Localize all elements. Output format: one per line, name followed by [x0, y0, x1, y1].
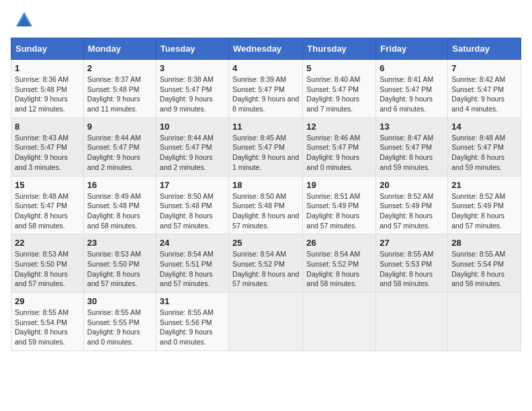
calendar-cell: 11Sunrise: 8:45 AMSunset: 5:47 PMDayligh… — [229, 118, 303, 176]
calendar-cell — [448, 293, 521, 351]
day-number: 4 — [232, 63, 299, 73]
calendar-week-row: 29Sunrise: 8:55 AMSunset: 5:54 PMDayligh… — [11, 293, 521, 351]
calendar-cell — [376, 293, 448, 351]
day-number: 6 — [380, 63, 444, 73]
day-detail: Sunrise: 8:38 AMSunset: 5:47 PMDaylight:… — [160, 75, 225, 114]
day-detail: Sunrise: 8:40 AMSunset: 5:47 PMDaylight:… — [306, 75, 372, 114]
day-number: 20 — [380, 180, 444, 190]
day-number: 16 — [87, 180, 152, 190]
day-number: 21 — [451, 180, 517, 190]
day-number: 22 — [15, 238, 80, 248]
day-detail: Sunrise: 8:54 AMSunset: 5:51 PMDaylight:… — [160, 249, 225, 289]
calendar-cell: 29Sunrise: 8:55 AMSunset: 5:54 PMDayligh… — [11, 293, 84, 351]
day-number: 28 — [451, 238, 517, 248]
calendar-week-row: 1Sunrise: 8:36 AMSunset: 5:48 PMDaylight… — [11, 60, 521, 118]
calendar-week-row: 15Sunrise: 8:48 AMSunset: 5:47 PMDayligh… — [11, 176, 521, 234]
column-header-thursday: Thursday — [303, 38, 376, 60]
day-detail: Sunrise: 8:45 AMSunset: 5:47 PMDaylight:… — [232, 133, 299, 173]
day-detail: Sunrise: 8:37 AMSunset: 5:48 PMDaylight:… — [87, 75, 152, 114]
day-detail: Sunrise: 8:46 AMSunset: 5:47 PMDaylight:… — [306, 133, 372, 173]
calendar-cell: 10Sunrise: 8:44 AMSunset: 5:47 PMDayligh… — [156, 118, 228, 176]
calendar-cell: 17Sunrise: 8:50 AMSunset: 5:48 PMDayligh… — [156, 176, 228, 234]
calendar-cell: 6Sunrise: 8:41 AMSunset: 5:47 PMDaylight… — [376, 60, 448, 118]
calendar-cell: 21Sunrise: 8:52 AMSunset: 5:49 PMDayligh… — [448, 176, 521, 234]
day-detail: Sunrise: 8:55 AMSunset: 5:54 PMDaylight:… — [451, 249, 517, 289]
calendar-cell: 15Sunrise: 8:48 AMSunset: 5:47 PMDayligh… — [11, 176, 84, 234]
calendar-cell: 2Sunrise: 8:37 AMSunset: 5:48 PMDaylight… — [83, 60, 156, 118]
day-detail: Sunrise: 8:39 AMSunset: 5:47 PMDaylight:… — [232, 75, 299, 114]
calendar-cell: 24Sunrise: 8:54 AMSunset: 5:51 PMDayligh… — [156, 234, 228, 293]
day-detail: Sunrise: 8:55 AMSunset: 5:54 PMDaylight:… — [15, 308, 80, 347]
day-detail: Sunrise: 8:54 AMSunset: 5:52 PMDaylight:… — [232, 249, 299, 289]
column-header-monday: Monday — [83, 38, 156, 60]
day-detail: Sunrise: 8:55 AMSunset: 5:55 PMDaylight:… — [87, 308, 152, 347]
calendar-cell: 31Sunrise: 8:55 AMSunset: 5:56 PMDayligh… — [156, 293, 228, 351]
day-detail: Sunrise: 8:36 AMSunset: 5:48 PMDaylight:… — [15, 75, 80, 114]
day-number: 5 — [306, 63, 372, 73]
day-number: 9 — [87, 122, 152, 132]
calendar-cell: 13Sunrise: 8:47 AMSunset: 5:47 PMDayligh… — [376, 118, 448, 176]
day-detail: Sunrise: 8:41 AMSunset: 5:47 PMDaylight:… — [380, 75, 444, 114]
calendar-cell: 18Sunrise: 8:50 AMSunset: 5:48 PMDayligh… — [229, 176, 303, 234]
day-number: 14 — [451, 122, 517, 132]
calendar-header-row: SundayMondayTuesdayWednesdayThursdayFrid… — [11, 38, 521, 60]
calendar-cell: 16Sunrise: 8:49 AMSunset: 5:48 PMDayligh… — [83, 176, 156, 234]
day-number: 3 — [160, 63, 225, 73]
day-detail: Sunrise: 8:53 AMSunset: 5:50 PMDaylight:… — [87, 249, 152, 289]
calendar-cell: 30Sunrise: 8:55 AMSunset: 5:55 PMDayligh… — [83, 293, 156, 351]
day-number: 25 — [232, 238, 299, 248]
column-header-sunday: Sunday — [11, 38, 84, 60]
column-header-wednesday: Wednesday — [229, 38, 303, 60]
page-header — [11, 11, 521, 30]
calendar-cell: 7Sunrise: 8:42 AMSunset: 5:47 PMDaylight… — [448, 60, 521, 118]
day-number: 2 — [87, 63, 152, 73]
day-detail: Sunrise: 8:51 AMSunset: 5:49 PMDaylight:… — [306, 191, 372, 231]
day-number: 18 — [232, 180, 299, 190]
calendar-cell: 28Sunrise: 8:55 AMSunset: 5:54 PMDayligh… — [448, 234, 521, 293]
calendar-body: 1Sunrise: 8:36 AMSunset: 5:48 PMDaylight… — [11, 60, 521, 351]
calendar-cell: 4Sunrise: 8:39 AMSunset: 5:47 PMDaylight… — [229, 60, 303, 118]
day-number: 15 — [15, 180, 80, 190]
calendar-cell: 19Sunrise: 8:51 AMSunset: 5:49 PMDayligh… — [303, 176, 376, 234]
day-number: 7 — [451, 63, 517, 73]
calendar-cell: 23Sunrise: 8:53 AMSunset: 5:50 PMDayligh… — [83, 234, 156, 293]
calendar-cell: 12Sunrise: 8:46 AMSunset: 5:47 PMDayligh… — [303, 118, 376, 176]
day-detail: Sunrise: 8:55 AMSunset: 5:53 PMDaylight:… — [380, 249, 444, 289]
day-detail: Sunrise: 8:47 AMSunset: 5:47 PMDaylight:… — [380, 133, 444, 173]
column-header-friday: Friday — [376, 38, 448, 60]
calendar-cell: 3Sunrise: 8:38 AMSunset: 5:47 PMDaylight… — [156, 60, 228, 118]
day-detail: Sunrise: 8:43 AMSunset: 5:47 PMDaylight:… — [15, 133, 80, 173]
calendar-cell: 8Sunrise: 8:43 AMSunset: 5:47 PMDaylight… — [11, 118, 84, 176]
logo — [11, 11, 36, 30]
day-detail: Sunrise: 8:54 AMSunset: 5:52 PMDaylight:… — [306, 249, 372, 289]
day-number: 26 — [306, 238, 372, 248]
day-number: 17 — [160, 180, 225, 190]
day-number: 23 — [87, 238, 152, 248]
calendar-week-row: 8Sunrise: 8:43 AMSunset: 5:47 PMDaylight… — [11, 118, 521, 176]
day-detail: Sunrise: 8:48 AMSunset: 5:47 PMDaylight:… — [451, 133, 517, 173]
day-detail: Sunrise: 8:55 AMSunset: 5:56 PMDaylight:… — [160, 308, 225, 347]
calendar-cell: 14Sunrise: 8:48 AMSunset: 5:47 PMDayligh… — [448, 118, 521, 176]
day-number: 8 — [15, 122, 80, 132]
logo-icon — [15, 11, 34, 30]
day-detail: Sunrise: 8:49 AMSunset: 5:48 PMDaylight:… — [87, 191, 152, 231]
calendar-cell: 25Sunrise: 8:54 AMSunset: 5:52 PMDayligh… — [229, 234, 303, 293]
day-detail: Sunrise: 8:53 AMSunset: 5:50 PMDaylight:… — [15, 249, 80, 289]
day-detail: Sunrise: 8:50 AMSunset: 5:48 PMDaylight:… — [160, 191, 225, 231]
day-number: 30 — [87, 296, 152, 306]
day-number: 13 — [380, 122, 444, 132]
day-detail: Sunrise: 8:52 AMSunset: 5:49 PMDaylight:… — [451, 191, 517, 231]
calendar-cell: 9Sunrise: 8:44 AMSunset: 5:47 PMDaylight… — [83, 118, 156, 176]
column-header-saturday: Saturday — [448, 38, 521, 60]
day-detail: Sunrise: 8:50 AMSunset: 5:48 PMDaylight:… — [232, 191, 299, 231]
day-number: 24 — [160, 238, 225, 248]
day-detail: Sunrise: 8:52 AMSunset: 5:49 PMDaylight:… — [380, 191, 444, 231]
day-number: 11 — [232, 122, 299, 132]
day-number: 31 — [160, 296, 225, 306]
day-number: 29 — [15, 296, 80, 306]
day-number: 19 — [306, 180, 372, 190]
column-header-tuesday: Tuesday — [156, 38, 228, 60]
calendar-cell: 27Sunrise: 8:55 AMSunset: 5:53 PMDayligh… — [376, 234, 448, 293]
day-number: 1 — [15, 63, 80, 73]
calendar-week-row: 22Sunrise: 8:53 AMSunset: 5:50 PMDayligh… — [11, 234, 521, 293]
